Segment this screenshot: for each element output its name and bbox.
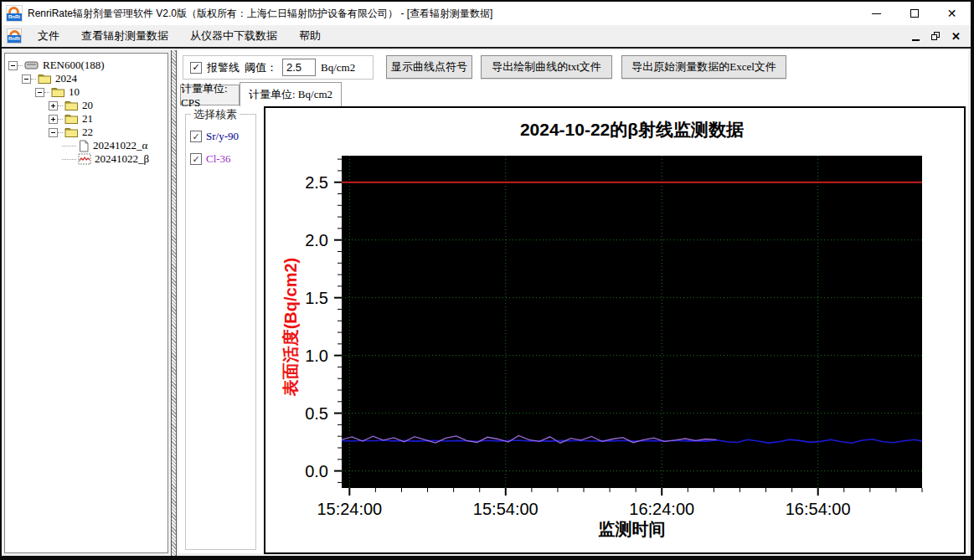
minimize-button[interactable] [858, 2, 895, 25]
nuclide-checkbox[interactable]: ✓ [190, 131, 202, 142]
svg-text:16:54:00: 16:54:00 [786, 500, 851, 518]
title-bar: RnRi RenriRate辐射剂量管理软件 V2.0版（版权所有：上海仁日辐射… [2, 2, 971, 25]
chart-panel: 0.00.51.01.52.02.515:24:0015:54:0016:24:… [264, 106, 966, 554]
minimize-icon [872, 13, 881, 14]
tree-connector [18, 65, 23, 66]
mdi-window-controls: ✕ [912, 31, 971, 42]
folder-icon [64, 113, 79, 125]
tree-row-20: 20 [5, 99, 167, 112]
svg-text:1.0: 1.0 [305, 347, 328, 365]
nuclide-item-Sr/y-90: ✓Sr/y-90 [190, 130, 255, 143]
x-axis-title: 监测时间 [342, 518, 922, 541]
menu-item-0[interactable]: 文件 [27, 25, 70, 47]
toolbar-button-1[interactable]: 导出绘制曲线的txt文件 [481, 55, 612, 79]
measurement-data-tree: REN600(188)20241020212220241022_α2024102… [4, 53, 168, 553]
chart-title: 2024-10-22的β射线监测数据 [342, 118, 922, 141]
tree-connector [58, 132, 63, 133]
tree-item-label[interactable]: 10 [67, 85, 81, 99]
tree-row-21: 21 [5, 112, 167, 126]
nuclide-checkbox[interactable]: ✓ [190, 153, 202, 165]
menu-item-3[interactable]: 帮助 [288, 25, 332, 47]
logo-text: RnRi [7, 13, 22, 21]
tab-unit-1[interactable]: 计量单位: Bq/cm2 [240, 82, 342, 106]
tree-connector [62, 159, 76, 160]
threshold-unit-label: Bq/cm2 [321, 61, 355, 74]
panel-splitter[interactable] [171, 50, 177, 556]
svg-text:2.5: 2.5 [305, 173, 328, 192]
window-controls: ✕ [858, 2, 971, 25]
toolbar-button-2[interactable]: 导出原始测量数据的Excel文件 [621, 55, 786, 79]
svg-text:2.0: 2.0 [305, 231, 328, 249]
menu-items: 文件查看辐射测量数据从仪器中下载数据帮助 [27, 25, 332, 47]
nuclide-panel-title: 选择核素 [191, 107, 240, 122]
collapse-toggle-icon[interactable] [49, 128, 58, 137]
tree-connector [58, 119, 63, 120]
collapse-toggle-icon[interactable] [8, 61, 18, 70]
expand-toggle-icon[interactable] [49, 115, 58, 124]
menu-bar: RnRi 文件查看辐射测量数据从仪器中下载数据帮助 ✕ [2, 25, 971, 49]
collapse-toggle-icon[interactable] [22, 74, 31, 84]
folder-icon [38, 73, 52, 85]
tree-item-label[interactable]: 22 [80, 126, 95, 139]
svg-text:0.0: 0.0 [305, 462, 328, 480]
nuclide-list: ✓Sr/y-90✓Cl-36 [186, 115, 255, 166]
tree-row-22: 22 [5, 126, 167, 139]
y-axis-title: 表面活度(Bq/cm2) [280, 202, 302, 453]
tab-unit-0[interactable]: 计量单位: CPS [180, 85, 240, 105]
menu-item-2[interactable]: 从仪器中下载数据 [179, 25, 288, 47]
tree-item-label[interactable]: 21 [80, 112, 95, 126]
tree-item-label[interactable]: 20241022_β [93, 152, 151, 166]
content-panel: ✓ 报警线 阈值： Bq/cm2 显示曲线点符号导出绘制曲线的txt文件导出原始… [178, 50, 968, 553]
tree-row-20241022_β: 20241022_β [5, 152, 167, 166]
folder-icon [64, 126, 79, 138]
svg-text:1.5: 1.5 [305, 289, 328, 307]
mdi-close-button[interactable]: ✕ [951, 31, 961, 42]
beta-monitoring-chart: 0.00.51.01.52.02.515:24:0015:54:0016:24:… [265, 108, 964, 552]
threshold-input[interactable] [282, 59, 316, 76]
device-icon [24, 59, 39, 71]
tree-row-REN600(188): REN600(188) [5, 59, 167, 72]
chart-icon [78, 153, 91, 165]
folder-icon [64, 100, 79, 111]
window-title: RenriRate辐射剂量管理软件 V2.0版（版权所有：上海仁日辐射防护设备有… [28, 7, 492, 21]
nuclide-select-panel: 选择核素 ✓Sr/y-90✓Cl-36 [185, 114, 256, 550]
nuclide-label: Sr/y-90 [206, 130, 239, 143]
mdi-restore-button[interactable] [931, 32, 940, 40]
nuclide-item-Cl-36: ✓Cl-36 [190, 152, 255, 166]
app-logo-icon: RnRi [6, 5, 23, 22]
tree-item-label[interactable]: 2024 [54, 72, 79, 85]
mdi-minimize-button[interactable] [912, 39, 920, 41]
maximize-button[interactable] [895, 2, 933, 25]
tree-item-label[interactable]: REN600(188) [41, 59, 106, 72]
svg-text:15:54:00: 15:54:00 [473, 500, 539, 518]
close-icon: ✕ [947, 8, 957, 19]
tree-connector [44, 92, 49, 93]
collapse-toggle-icon[interactable] [35, 88, 44, 97]
menu-item-1[interactable]: 查看辐射测量数据 [70, 25, 179, 47]
tree-row-2024: 2024 [5, 72, 167, 85]
close-button[interactable]: ✕ [933, 2, 971, 25]
tree-connector [58, 105, 63, 106]
toolbar-button-0[interactable]: 显示曲线点符号 [386, 55, 472, 79]
tree-row-10: 10 [5, 85, 167, 99]
alarm-line-label: 报警线 [207, 60, 240, 75]
mdi-child-icon: RnRi [7, 28, 22, 44]
tree-connector [62, 146, 76, 146]
main-area: REN600(188)20241020212220241022_α2024102… [2, 50, 971, 556]
tree-item-label[interactable]: 20241022_α [91, 139, 149, 152]
tree-row-20241022_α: 20241022_α [5, 139, 167, 152]
app-window: RnRi RenriRate辐射剂量管理软件 V2.0版（版权所有：上海仁日辐射… [0, 0, 974, 560]
threshold-label: 阈值： [245, 60, 277, 75]
expand-toggle-icon[interactable] [49, 101, 58, 110]
logo-text-small: RnRi [8, 35, 21, 43]
alarm-line-group: ✓ 报警线 阈值： Bq/cm2 [183, 55, 374, 80]
maximize-icon [910, 9, 919, 18]
alarm-line-checkbox[interactable]: ✓ [190, 62, 202, 74]
svg-text:16:24:00: 16:24:00 [629, 500, 694, 518]
folder-icon [51, 86, 65, 98]
tree-connector [31, 79, 36, 80]
tree-item-label[interactable]: 20 [80, 99, 95, 112]
svg-text:0.5: 0.5 [305, 404, 328, 423]
doc-icon [78, 140, 90, 152]
svg-text:15:24:00: 15:24:00 [317, 500, 382, 518]
